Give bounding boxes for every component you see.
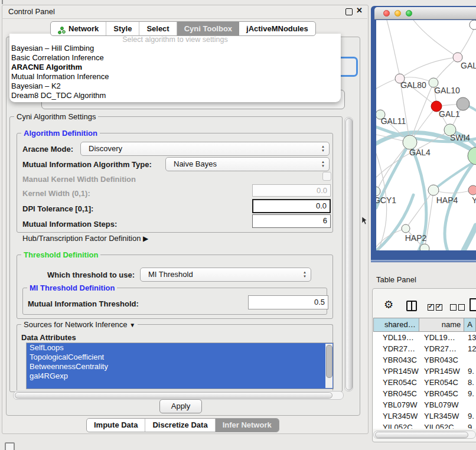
attribute-item-gal4rgexp[interactable]: gal4RGexp [27, 371, 333, 381]
table-row[interactable]: YLR345WYLR345W9. [373, 410, 476, 422]
network-node[interactable] [402, 224, 410, 233]
table-row[interactable]: YPR145WYPR145W9. [373, 366, 476, 377]
close-window-button[interactable] [383, 10, 390, 17]
column-header-a[interactable]: A [464, 318, 476, 332]
close-panel-icon[interactable]: ✕ [356, 6, 363, 15]
table-row[interactable]: YDR27…YDR27…12 [373, 343, 476, 354]
attributes-scrollbar[interactable] [325, 344, 332, 388]
settings-scrollbar-thumb[interactable] [345, 118, 353, 390]
float-panel-icon[interactable] [345, 8, 353, 15]
attributes-scrollbar-thumb[interactable] [326, 345, 332, 378]
network-edge [413, 20, 458, 57]
sources-group-title: Sources for Network Inference ▼ [21, 320, 138, 329]
network-icon [58, 25, 66, 32]
node-label-gcy1: GCY1 [376, 195, 396, 205]
hub-definition-expander[interactable]: Hub/Transcription Factor Definition ▶ [22, 234, 148, 243]
data-attributes-list[interactable]: SelfLoopsTopologicalCoefficientBetweenne… [26, 343, 334, 389]
cell-name: YPR145W [424, 367, 460, 376]
algorithm-option-bayesian-k2[interactable]: Bayesian – K2 [9, 81, 341, 91]
stepper-arrows-icon: ▲▼ [321, 145, 325, 153]
sources-title-text: Sources for Network Inference [24, 320, 128, 329]
dpi-tolerance-label: DPI Tolerance [0,1]: [22, 204, 93, 213]
node-label-y: Y [472, 195, 476, 205]
algorithm-option-dream8-dc-tdc-algorithm[interactable]: Dream8 DC_TDC Algorithm [9, 91, 341, 100]
mi-type-combo[interactable]: Naive Bayes ▲▼ [165, 157, 330, 171]
document-icon[interactable] [470, 298, 476, 311]
settings-horizontal-scrollbar[interactable] [13, 391, 344, 400]
bottom-tab-discretize-data[interactable]: Discretize Data [145, 419, 215, 432]
algorithm-option-bayesian-hill-climbing[interactable]: Bayesian – Hill Climbing [9, 44, 341, 53]
network-node[interactable] [468, 185, 476, 195]
table-horizontal-scrollbar[interactable] [373, 431, 476, 439]
table-row[interactable]: YDL19…YDL19…13 [373, 332, 476, 343]
algorithm-option-basic-correlation-inference[interactable]: Basic Correlation Inference [9, 53, 341, 63]
aracne-mode-label: Aracne Mode: [22, 145, 73, 154]
table-row[interactable]: YIL052CYIL052C9 [373, 422, 476, 429]
bottom-tab-impute-data[interactable]: Impute Data [87, 419, 145, 432]
network-node[interactable] [470, 20, 476, 30]
kernel-width-field[interactable]: 0.0 [252, 184, 331, 197]
select-all-checkboxes-icon[interactable] [428, 302, 444, 313]
gear-icon[interactable]: ⚙ [384, 298, 393, 311]
deselect-all-checkboxes-icon[interactable] [450, 302, 467, 313]
network-edge [464, 226, 476, 250]
table-row[interactable]: YBL079WYBL079W [373, 399, 476, 410]
mi-threshold-label: Mutual Information Threshold: [28, 299, 139, 308]
expander-right-arrow-icon: ▶ [143, 234, 148, 243]
cell-value: 13 [468, 333, 476, 342]
network-node[interactable] [376, 187, 380, 196]
stepper-arrows-icon: ▲▼ [303, 270, 307, 279]
tab-label: Cyni Toolbox [184, 22, 232, 35]
algorithm-option-mutual-information-inference[interactable]: Mutual Information Inference [9, 72, 341, 81]
tab-network[interactable]: Network [51, 22, 106, 35]
table-toolbar: ⚙ [373, 297, 476, 315]
tab-style[interactable]: Style [106, 22, 139, 35]
attribute-item-topologicalcoefficient[interactable]: TopologicalCoefficient [27, 353, 333, 362]
table-body: YDL19…YDL19…13YDR27…YDR27…12YBR043CYBR04… [373, 332, 476, 429]
attribute-item-betweennesscentrality[interactable]: BetweennessCentrality [27, 362, 333, 371]
collapse-down-arrow-icon[interactable]: ▼ [129, 322, 135, 328]
tab-cyni-toolbox[interactable]: Cyni Toolbox [177, 22, 239, 35]
bottom-tab-infer-network[interactable]: Infer Network [216, 419, 279, 432]
table-row[interactable]: YER054CYER054C8. [373, 377, 476, 388]
tab-label: jActiveMNodules [246, 22, 308, 35]
table-row[interactable]: YBR043CYBR043C [373, 354, 476, 366]
minimize-window-button[interactable] [395, 10, 401, 17]
split-columns-icon[interactable] [406, 301, 417, 311]
which-threshold-combo[interactable]: MI Threshold ▲▼ [140, 268, 311, 282]
table-hscrollbar-thumb[interactable] [375, 432, 468, 438]
algorithm-option-aracne-algorithm[interactable]: ARACNE Algorithm [9, 63, 341, 72]
algorithm-list: Bayesian – Hill ClimbingBasic Correlatio… [9, 44, 341, 100]
column-header-name[interactable]: name [419, 318, 465, 332]
network-node[interactable] [420, 244, 429, 250]
mi-type-label: Mutual Information Algorithm Type: [22, 160, 152, 169]
zoom-window-button[interactable] [406, 10, 412, 17]
cell-name: YLR345W [424, 412, 459, 420]
network-node[interactable] [457, 97, 470, 110]
settings-vertical-scrollbar[interactable] [344, 117, 353, 392]
attribute-item-selfloops[interactable]: SelfLoops [27, 343, 333, 353]
stepper-arrows-icon: ▲▼ [321, 160, 325, 168]
network-node[interactable] [428, 185, 439, 195]
network-window-titlebar[interactable] [374, 7, 476, 19]
cell-shared-name: YDR27… [383, 344, 415, 353]
mi-threshold-field[interactable]: 0.5 [248, 295, 328, 309]
mi-type-value: Naive Bayes [174, 159, 217, 168]
clipped-corner-icon [5, 442, 15, 450]
tab-jactivemnodules[interactable]: jActiveMNodules [239, 22, 315, 35]
table-row[interactable]: YBR045CYBR045C9. [373, 388, 476, 399]
apply-button[interactable]: Apply [159, 399, 202, 413]
which-threshold-value: MI Threshold [148, 270, 193, 279]
aracne-mode-combo[interactable]: Discovery ▲▼ [80, 142, 330, 156]
dpi-tolerance-field[interactable]: 0.0 [252, 199, 331, 213]
column-header-shared-[interactable]: shared… [373, 318, 419, 332]
manual-kernel-checkbox[interactable] [322, 172, 331, 181]
mi-steps-field[interactable]: 6 [252, 214, 331, 228]
tab-select[interactable]: Select [139, 22, 177, 35]
network-canvas[interactable]: GALGAL80GAL10GAL1GAL11SWI4GAL4GCY1HAP4YH… [376, 20, 476, 250]
settings-hscrollbar-thumb[interactable] [15, 392, 332, 399]
attribute-item-partial[interactable] [27, 381, 333, 389]
control-panel-title: Control Panel [8, 7, 55, 16]
cell-name: YDR27… [424, 344, 457, 353]
bottom-tab-bar: Impute DataDiscretize DataInfer Network [86, 418, 279, 432]
